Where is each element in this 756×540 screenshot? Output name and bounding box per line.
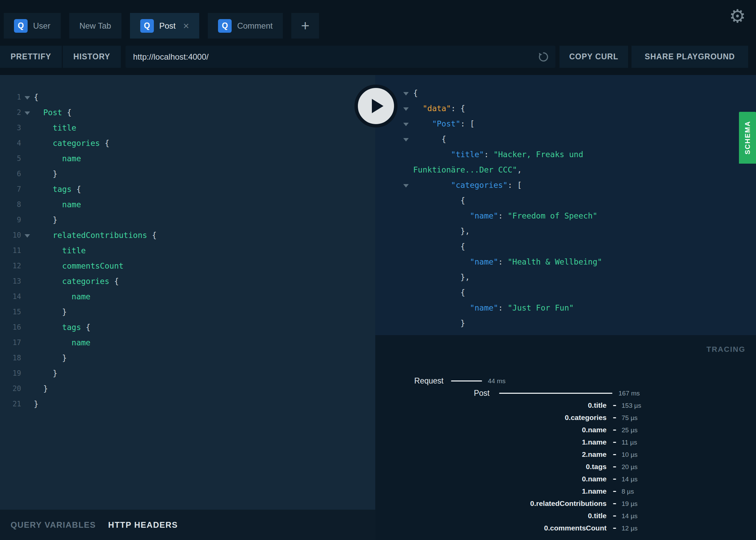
tab-comment[interactable]: QComment <box>208 13 283 39</box>
response-line: { <box>375 239 740 254</box>
tracing-label: 2.name <box>375 448 607 461</box>
tracing-duration: 44 ms <box>488 375 506 387</box>
tracing-row: 0.name14 µs <box>375 473 756 485</box>
query-editor[interactable]: 1{2 Post {3 title4 categories {5 name6 }… <box>0 75 375 510</box>
editor-line: 11 title <box>0 243 375 258</box>
line-number: 19 <box>0 366 21 381</box>
tracing-label: 0.title <box>375 399 607 411</box>
tracing-duration: 12 µs <box>622 522 638 535</box>
tracing-bar <box>613 454 616 455</box>
settings-gear-icon[interactable]: ⚙ <box>729 7 746 25</box>
code-text: } <box>34 396 39 412</box>
response-line: "Post": [ <box>375 116 740 132</box>
new-tab-button[interactable]: + <box>291 13 319 39</box>
response-line: { <box>375 132 740 147</box>
line-number: 18 <box>0 350 21 366</box>
url-bar[interactable]: http://localhost:4000/ <box>126 46 555 68</box>
fold-arrow-icon[interactable] <box>403 184 409 188</box>
code-text: }, <box>413 224 740 239</box>
code-text: { <box>413 239 740 254</box>
line-number: 7 <box>0 182 21 197</box>
tracing-bar <box>613 491 616 492</box>
code-text: { <box>413 285 740 300</box>
tab-label: Comment <box>237 21 273 31</box>
response-line: "title": "Hacker, Freaks und <box>375 147 740 162</box>
response-line: "categories": [ <box>375 178 740 193</box>
reload-icon[interactable] <box>537 50 550 63</box>
prettify-button[interactable]: PRETTIFY <box>0 46 62 68</box>
http-headers-tab[interactable]: HTTP HEADERS <box>108 520 178 530</box>
results-pane: { "data": { "Post": [ { "title": "Hacker… <box>375 75 756 540</box>
url-text: http://localhost:4000/ <box>133 52 208 62</box>
query-variables-tab[interactable]: QUERY VARIABLES <box>11 520 96 530</box>
fold-arrow-icon[interactable] <box>25 111 30 115</box>
schema-tab[interactable]: SCHEMA <box>739 112 756 164</box>
code-text: }, <box>413 270 740 285</box>
response-line: }, <box>375 270 740 285</box>
tracing-waterfall: Request44 msPost167 ms0.title153 µs0.cat… <box>375 375 756 534</box>
tracing-duration: 8 µs <box>622 485 634 498</box>
code-text: name <box>34 335 90 350</box>
tracing-row: 1.name11 µs <box>375 436 756 448</box>
play-icon <box>372 99 383 113</box>
editor-line: 1{ <box>0 90 375 105</box>
tab-post[interactable]: QPost× <box>130 13 200 39</box>
tracing-label: 0.relatedContributions <box>375 497 607 510</box>
editor-line: 17 name <box>0 335 375 350</box>
line-number: 10 <box>0 228 21 243</box>
tab-label: User <box>33 21 50 31</box>
tracing-row: 0.title153 µs <box>375 399 756 411</box>
line-number: 1 <box>0 90 21 105</box>
tracing-duration: 11 µs <box>622 436 637 449</box>
editor-line: 3 title <box>0 120 375 136</box>
tracing-duration: 153 µs <box>622 399 641 412</box>
close-tab-icon[interactable]: × <box>183 21 189 31</box>
execute-button[interactable] <box>354 85 397 127</box>
code-text: categories { <box>34 274 119 289</box>
line-number: 13 <box>0 274 21 289</box>
code-text: name <box>34 197 81 212</box>
code-text: commentsCount <box>34 258 123 274</box>
code-text: "Post": [ <box>413 116 740 132</box>
response-line: { <box>375 193 740 208</box>
editor-line: 13 categories { <box>0 274 375 289</box>
line-number: 14 <box>0 289 21 304</box>
editor-line: 18 } <box>0 350 375 366</box>
fold-arrow-icon[interactable] <box>403 138 409 141</box>
tracing-title: TRACING <box>707 345 745 354</box>
fold-arrow-icon[interactable] <box>403 123 409 126</box>
code-text: { <box>34 90 39 105</box>
response-line: } <box>375 316 740 331</box>
share-playground-button[interactable]: SHARE PLAYGROUND <box>631 46 748 68</box>
line-number: 20 <box>0 381 21 396</box>
tracing-row: 2.name10 µs <box>375 448 756 461</box>
tracing-duration: 20 µs <box>622 461 638 473</box>
tracing-duration: 25 µs <box>622 424 638 436</box>
tracing-row: 1.name8 µs <box>375 485 756 497</box>
header: QUserNew TabQPost×QComment+ ⚙ PRETTIFY H… <box>0 0 756 75</box>
line-number: 15 <box>0 304 21 320</box>
fold-arrow-icon[interactable] <box>25 96 30 100</box>
code-text: name <box>34 289 90 304</box>
line-number: 5 <box>0 151 21 166</box>
copy-curl-button[interactable]: COPY CURL <box>559 46 628 68</box>
editor-line: 4 categories { <box>0 136 375 151</box>
line-number: 11 <box>0 243 21 258</box>
tracing-label: 0.tags <box>375 461 607 473</box>
fold-arrow-icon[interactable] <box>403 92 409 95</box>
response-line: "name": "Just For Fun" <box>375 300 740 316</box>
tracing-label: 0.commentsCount <box>375 522 607 534</box>
tab-new-tab[interactable]: New Tab <box>69 13 121 39</box>
line-number: 2 <box>0 105 21 120</box>
tab-label: Post <box>159 21 176 31</box>
tracing-duration: 19 µs <box>622 497 638 510</box>
line-number: 16 <box>0 320 21 335</box>
code-text: "name": "Health & Wellbeing" <box>413 254 740 270</box>
tab-user[interactable]: QUser <box>4 13 61 39</box>
history-button[interactable]: HISTORY <box>63 46 121 68</box>
fold-arrow-icon[interactable] <box>25 234 30 238</box>
editor-line: 15 } <box>0 304 375 320</box>
tracing-label: 0.title <box>375 510 607 522</box>
query-editor-pane: 1{2 Post {3 title4 categories {5 name6 }… <box>0 75 375 540</box>
fold-arrow-icon[interactable] <box>403 107 409 111</box>
